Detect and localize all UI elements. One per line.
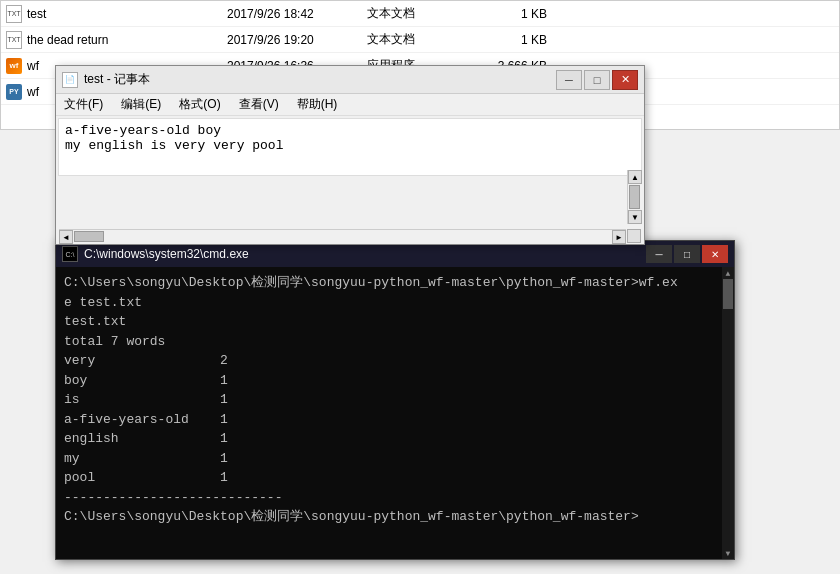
notepad-app-icon: 📄: [62, 72, 78, 88]
file-name: test: [27, 7, 227, 21]
cmd-line: ----------------------------: [64, 488, 726, 508]
cmd-scroll-down[interactable]: ▼: [722, 547, 734, 559]
scroll-right-arrow[interactable]: ►: [612, 230, 626, 244]
cmd-line: is 1: [64, 390, 726, 410]
cmd-line: test.txt: [64, 312, 726, 332]
notepad-line2: my english is very very pool: [65, 138, 635, 153]
menu-file[interactable]: 文件(F): [60, 94, 107, 115]
cmd-line: pool 1: [64, 468, 726, 488]
cmd-close-button[interactable]: ✕: [702, 245, 728, 263]
cmd-line: C:\Users\songyu\Desktop\检测同学\songyuu-pyt…: [64, 273, 726, 293]
notepad-line1: a-five-years-old boy: [65, 123, 635, 138]
notepad-controls: ─ □ ✕: [556, 70, 638, 90]
menu-view[interactable]: 查看(V): [235, 94, 283, 115]
cmd-app-icon: C:\: [62, 246, 78, 262]
notepad-titlebar: 📄 test - 记事本 ─ □ ✕: [56, 66, 644, 94]
cmd-controls: ─ □ ✕: [646, 245, 728, 263]
cmd-line: e test.txt: [64, 293, 726, 313]
scroll-down-arrow[interactable]: ▼: [628, 210, 642, 224]
app-icon: wf: [5, 57, 23, 75]
cmd-line: total 7 words: [64, 332, 726, 352]
cmd-content[interactable]: C:\Users\songyu\Desktop\检测同学\songyuu-pyt…: [56, 267, 734, 559]
cmd-maximize-button[interactable]: □: [674, 245, 700, 263]
cmd-minimize-button[interactable]: ─: [646, 245, 672, 263]
notepad-resize-handle[interactable]: [627, 229, 641, 243]
scroll-thumb-v[interactable]: [629, 185, 640, 209]
cmd-window: C:\ C:\windows\system32\cmd.exe ─ □ ✕ C:…: [55, 240, 735, 560]
py-icon: PY: [5, 83, 23, 101]
file-size: 1 KB: [467, 7, 547, 21]
cmd-line: my 1: [64, 449, 726, 469]
notepad-scrollbar-h[interactable]: ◄ ►: [59, 229, 626, 243]
cmd-title-left: C:\ C:\windows\system32\cmd.exe: [62, 246, 249, 262]
cmd-line: very 2: [64, 351, 726, 371]
file-row[interactable]: TXT the dead return 2017/9/26 19:20 文本文档…: [1, 27, 839, 53]
menu-format[interactable]: 格式(O): [175, 94, 224, 115]
notepad-title: test - 记事本: [84, 71, 150, 88]
txt-icon: TXT: [5, 5, 23, 23]
cmd-line: a-five-years-old 1: [64, 410, 726, 430]
notepad-title-left: 📄 test - 记事本: [62, 71, 150, 88]
menu-help[interactable]: 帮助(H): [293, 94, 342, 115]
notepad-menubar: 文件(F) 编辑(E) 格式(O) 查看(V) 帮助(H): [56, 94, 644, 116]
file-type: 文本文档: [367, 31, 467, 48]
close-button[interactable]: ✕: [612, 70, 638, 90]
scroll-left-arrow[interactable]: ◄: [59, 230, 73, 244]
menu-edit[interactable]: 编辑(E): [117, 94, 165, 115]
txt-icon: TXT: [5, 31, 23, 49]
file-date: 2017/9/26 18:42: [227, 7, 367, 21]
cmd-line: boy 1: [64, 371, 726, 391]
notepad-window: 📄 test - 记事本 ─ □ ✕ 文件(F) 编辑(E) 格式(O) 查看(…: [55, 65, 645, 245]
file-size: 1 KB: [467, 33, 547, 47]
cmd-output: C:\Users\songyu\Desktop\检测同学\songyuu-pyt…: [64, 273, 726, 527]
cmd-title: C:\windows\system32\cmd.exe: [84, 247, 249, 261]
minimize-button[interactable]: ─: [556, 70, 582, 90]
file-type: 文本文档: [367, 5, 467, 22]
cmd-scroll-thumb[interactable]: [723, 279, 733, 309]
file-row[interactable]: TXT test 2017/9/26 18:42 文本文档 1 KB: [1, 1, 839, 27]
cmd-line: C:\Users\songyu\Desktop\检测同学\songyuu-pyt…: [64, 507, 726, 527]
maximize-button[interactable]: □: [584, 70, 610, 90]
scroll-up-arrow[interactable]: ▲: [628, 170, 642, 184]
cmd-scroll-up[interactable]: ▲: [722, 267, 734, 279]
cmd-scroll-track: [722, 279, 734, 547]
scroll-track-h: [105, 230, 612, 243]
cmd-scrollbar[interactable]: ▲ ▼: [722, 267, 734, 559]
file-date: 2017/9/26 19:20: [227, 33, 367, 47]
scroll-thumb-h[interactable]: [74, 231, 104, 242]
notepad-scrollbar-v[interactable]: ▲ ▼: [627, 170, 641, 224]
notepad-text-area[interactable]: a-five-years-old boy my english is very …: [58, 118, 642, 176]
cmd-line: english 1: [64, 429, 726, 449]
file-name: the dead return: [27, 33, 227, 47]
